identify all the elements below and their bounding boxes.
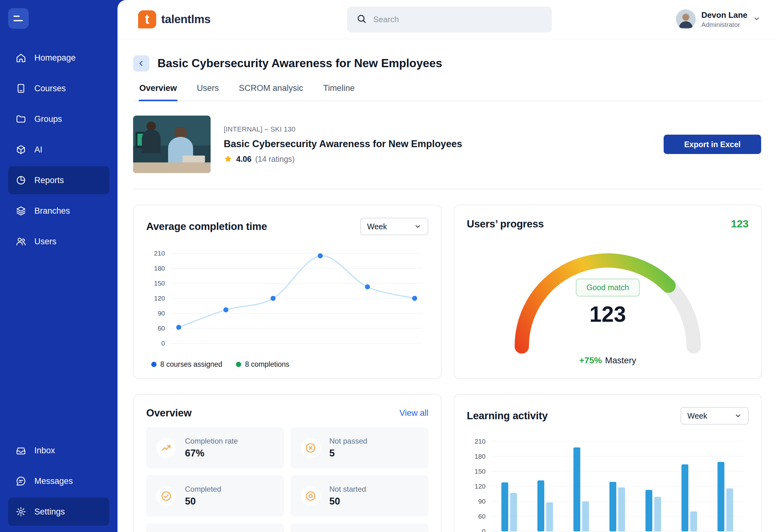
sidebar-item-branches[interactable]: Branches <box>8 197 109 225</box>
stat-label: Completed <box>185 485 221 493</box>
card-title: Users’ progress <box>467 218 544 230</box>
activity-period-select[interactable]: Week <box>681 407 749 425</box>
sidebar-item-ai[interactable]: AI <box>8 136 109 164</box>
sidebar-item-label: Homepage <box>34 53 76 63</box>
gauge-wrap: Good match 123 +75%Mastery <box>467 232 749 377</box>
completion-time-chart: 06090120150180210 <box>146 239 429 360</box>
chevron-down-icon <box>414 223 421 230</box>
users-count: 123 <box>731 218 749 230</box>
trend-up-icon <box>156 438 176 458</box>
chevron-down-icon <box>753 15 761 24</box>
tab-scrom-analysic[interactable]: SCROM analysic <box>238 82 304 100</box>
svg-text:120: 120 <box>154 295 165 302</box>
search-input[interactable] <box>373 14 542 25</box>
learning-activity-chart: 06090120150180210 <box>467 432 750 532</box>
ai-cube-icon <box>16 144 26 155</box>
sidebar-item-label: Groups <box>34 114 62 124</box>
sidebar-item-label: Courses <box>34 84 66 93</box>
stat-completed: Completed50 <box>146 475 284 517</box>
search-bar[interactable] <box>347 7 552 32</box>
card-header: Average completion time Week <box>146 218 429 235</box>
main-area: t talentlms Devon Lane Administrator <box>118 0 778 532</box>
course-thumbnail <box>133 116 211 173</box>
cards-grid: Average completion time Week 06090120150… <box>133 205 761 532</box>
app-root: HomepageCoursesGroupsAIReportsBranchesUs… <box>0 0 778 532</box>
svg-text:90: 90 <box>158 310 165 317</box>
learning-activity-card: Learning activity Week 06090120150180210 <box>454 394 762 532</box>
brand-name: talentlms <box>161 13 211 26</box>
stats-grid: Completion rate67%Not passed5Completed50… <box>146 427 429 532</box>
layers-icon <box>16 206 26 216</box>
sidebar-item-reports[interactable]: Reports <box>8 166 109 194</box>
tab-users[interactable]: Users <box>196 82 220 100</box>
sidebar-item-groups[interactable]: Groups <box>8 105 109 133</box>
card-header: Users’ progress 123 <box>467 218 749 230</box>
hamburger-icon <box>13 16 20 17</box>
sidebar-item-users[interactable]: Users <box>8 227 109 255</box>
brand: t talentlms <box>138 10 347 28</box>
view-all-link[interactable]: View all <box>399 408 429 418</box>
svg-text:60: 60 <box>158 324 165 332</box>
chevron-left-icon <box>137 59 145 68</box>
chart-legend: 8 courses assigned8 completions <box>146 360 429 369</box>
topbar: t talentlms Devon Lane Administrator <box>118 0 778 39</box>
sidebar-item-settings[interactable]: Settings <box>8 498 109 526</box>
stat-value: 67% <box>185 448 238 459</box>
stat-not-passed: Not passed5 <box>291 427 429 469</box>
sidebar-item-messages[interactable]: Messages <box>8 467 109 495</box>
inbox-icon <box>16 445 26 456</box>
stop-circle-icon <box>301 486 321 506</box>
completion-period-select[interactable]: Week <box>360 218 429 235</box>
svg-text:0: 0 <box>161 339 165 347</box>
sidebar-item-label: Settings <box>34 507 65 517</box>
sidebar-item-homepage[interactable]: Homepage <box>8 44 109 72</box>
sidebar-item-label: AI <box>34 145 43 155</box>
mastery-label: Mastery <box>605 356 636 365</box>
sidebar-item-label: Inbox <box>34 446 55 455</box>
title-row: Basic Cybersecurity Awareness for New Em… <box>133 55 761 72</box>
sidebar-spacer <box>6 257 112 435</box>
svg-text:180: 180 <box>475 453 485 460</box>
brand-logo-icon: t <box>138 10 156 28</box>
svg-text:210: 210 <box>154 250 165 257</box>
tab-overview[interactable]: Overview <box>139 82 177 100</box>
svg-text:120: 120 <box>475 483 485 490</box>
sidebar-item-inbox[interactable]: Inbox <box>8 436 109 464</box>
rating-count: (14 ratings) <box>255 155 295 164</box>
check-circle-icon <box>156 486 176 506</box>
avg-completion-card: Average completion time Week 06090120150… <box>133 205 442 379</box>
stat-label: Not started <box>329 485 366 493</box>
sidebar: HomepageCoursesGroupsAIReportsBranchesUs… <box>0 0 118 532</box>
export-excel-button[interactable]: Export in Excel <box>664 135 761 154</box>
svg-text:0: 0 <box>482 528 485 532</box>
user-menu[interactable]: Devon Lane Administrator <box>676 9 761 29</box>
stat-completion-rate: Completion rate67% <box>146 427 284 469</box>
sidebar-item-label: Reports <box>34 175 64 185</box>
period-value: Week <box>687 411 707 421</box>
brand-initial: t <box>145 12 149 27</box>
stat-value: 50 <box>329 496 366 507</box>
card-title: Average completion time <box>146 221 267 232</box>
rating-value: 4.06 <box>236 155 251 164</box>
legend-item: 8 completions <box>236 360 289 369</box>
svg-text:150: 150 <box>154 280 165 287</box>
period-value: Week <box>367 222 387 231</box>
legend-item: 8 courses assigned <box>151 360 222 369</box>
sidebar-item-label: Users <box>34 237 57 246</box>
stat-not-started: Not started50 <box>291 475 429 517</box>
svg-text:210: 210 <box>475 438 485 445</box>
gear-icon <box>16 506 26 517</box>
course-info: [INTERNAL] – SKI 130 Basic Cybersecurity… <box>224 125 462 164</box>
menu-button[interactable] <box>8 8 29 29</box>
courses-icon <box>16 83 26 94</box>
back-button[interactable] <box>133 55 149 72</box>
search-icon <box>357 14 367 25</box>
course-rating: 4.06 (14 ratings) <box>224 155 462 164</box>
star-icon <box>224 155 232 163</box>
user-meta: Devon Lane Administrator <box>701 10 748 28</box>
user-role: Administrator <box>701 21 748 28</box>
card-title: Learning activity <box>467 410 548 422</box>
tab-timeline[interactable]: Timeline <box>322 82 355 100</box>
divider <box>133 189 761 189</box>
sidebar-item-courses[interactable]: Courses <box>8 74 109 102</box>
